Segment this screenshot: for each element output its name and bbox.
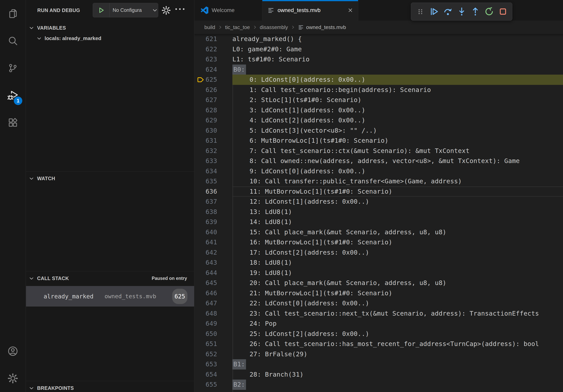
- activity-item-settings[interactable]: [0, 365, 26, 392]
- activity-item-source-control[interactable]: [0, 54, 26, 82]
- gutter-glyph-margin[interactable]: [197, 329, 205, 339]
- stop-button[interactable]: [497, 5, 509, 19]
- step-into-button[interactable]: [456, 5, 468, 19]
- gutter-glyph-margin[interactable]: [197, 85, 205, 95]
- code-text[interactable]: 0: LdConst[0](address: 0x00..): [232, 75, 563, 85]
- continue-button[interactable]: [428, 5, 440, 19]
- code-text[interactable]: 14: LdU8(1): [232, 217, 563, 227]
- gutter-glyph-margin[interactable]: [197, 196, 205, 207]
- variables-scope-row[interactable]: locals: already_marked: [26, 33, 194, 43]
- code-text[interactable]: 12: LdConst[1](address: 0x00..): [232, 196, 563, 207]
- activity-item-extensions[interactable]: [0, 109, 26, 136]
- gutter-glyph-margin[interactable]: [197, 44, 205, 54]
- gutter-glyph-margin[interactable]: [197, 75, 205, 85]
- toolbar-drag-handle[interactable]: [414, 5, 426, 19]
- gutter-glyph-margin[interactable]: [197, 136, 205, 146]
- gutter-glyph-margin[interactable]: [197, 237, 205, 248]
- close-tab-icon[interactable]: [347, 7, 353, 13]
- gutter-glyph-margin[interactable]: [197, 146, 205, 156]
- breakpoints-section-header[interactable]: BREAKPOINTS: [26, 383, 194, 392]
- breadcrumb-item[interactable]: owned_tests.mvb: [306, 24, 346, 30]
- gutter-glyph-margin[interactable]: [197, 95, 205, 105]
- code-text[interactable]: 27: BrFalse(29): [232, 349, 563, 359]
- gutter-glyph-margin[interactable]: [197, 176, 205, 186]
- code-text[interactable]: 21: MutBorrowLoc[1](ts#1#0: Scenario): [232, 288, 563, 299]
- code-text[interactable]: 5: LdConst[3](vector<u8>: "" /..): [232, 126, 563, 136]
- stack-frame-row[interactable]: already_marked owned_tests.mvb 625: [26, 286, 194, 307]
- gutter-glyph-margin[interactable]: [197, 278, 205, 288]
- step-out-button[interactable]: [469, 5, 482, 19]
- code-text[interactable]: 23: Call test_scenario::next_tx(&mut Sce…: [232, 309, 563, 319]
- code-text[interactable]: 24: Pop: [232, 319, 563, 329]
- launch-settings-button[interactable]: [162, 6, 171, 15]
- code-text[interactable]: L0: game#2#0: Game: [232, 44, 563, 54]
- code-text[interactable]: 8: Call owned::new(address, address, vec…: [232, 156, 563, 166]
- activity-item-run-and-debug[interactable]: 1: [0, 82, 26, 109]
- watch-section-header[interactable]: WATCH: [26, 173, 194, 184]
- gutter-glyph-margin[interactable]: [197, 369, 205, 380]
- gutter-glyph-margin[interactable]: [197, 166, 205, 176]
- gutter-glyph-margin[interactable]: [197, 319, 205, 329]
- variables-section-header[interactable]: VARIABLES: [26, 23, 194, 33]
- code-text[interactable]: 2: StLoc[1](ts#1#0: Scenario): [232, 95, 563, 105]
- gutter-glyph-margin[interactable]: [197, 126, 205, 136]
- gutter-glyph-margin[interactable]: [197, 54, 205, 65]
- code-text[interactable]: 26: Call test_scenario::has_most_recent_…: [232, 339, 563, 349]
- gutter-glyph-margin[interactable]: [197, 34, 205, 44]
- code-text[interactable]: already_marked() {: [232, 34, 563, 44]
- gutter-glyph-margin[interactable]: [197, 156, 205, 166]
- gutter-glyph-margin[interactable]: [197, 298, 205, 309]
- tab-welcome[interactable]: Welcome: [194, 0, 262, 21]
- gutter-glyph-margin[interactable]: [197, 339, 205, 349]
- code-text[interactable]: 3: LdConst[1](address: 0x00..): [232, 105, 563, 116]
- gutter-glyph-margin[interactable]: [197, 248, 205, 258]
- call-stack-section-header[interactable]: CALL STACK Paused on entry: [26, 273, 194, 284]
- restart-button[interactable]: [483, 5, 495, 19]
- code-text[interactable]: 9: LdConst[0](address: 0x00..): [232, 166, 563, 176]
- gutter-glyph-margin[interactable]: [197, 359, 205, 369]
- code-text[interactable]: 28: Branch(31): [232, 369, 563, 380]
- code-text[interactable]: 17: LdConst[2](address: 0x00..): [232, 248, 563, 258]
- code-text[interactable]: 13: LdU8(1): [232, 207, 563, 217]
- code-text[interactable]: 22: LdConst[0](address: 0x00..): [232, 298, 563, 309]
- activity-item-accounts[interactable]: [0, 338, 26, 365]
- code-text[interactable]: B1:: [232, 359, 563, 369]
- gutter-glyph-margin[interactable]: [197, 186, 205, 197]
- code-text[interactable]: 18: LdU8(1): [232, 258, 563, 268]
- gutter-glyph-margin[interactable]: [197, 268, 205, 278]
- tab-owned-tests[interactable]: owned_tests.mvb: [262, 0, 358, 21]
- code-text[interactable]: 25: LdConst[2](address: 0x00..): [232, 329, 563, 339]
- start-debugging-button[interactable]: [93, 3, 109, 17]
- step-over-button[interactable]: [442, 5, 454, 19]
- gutter-glyph-margin[interactable]: [197, 207, 205, 217]
- gutter-glyph-margin[interactable]: [197, 217, 205, 227]
- code-text[interactable]: L1: ts#1#0: Scenario: [232, 54, 563, 65]
- views-and-more-actions-button[interactable]: [175, 8, 184, 10]
- gutter-glyph-margin[interactable]: [197, 65, 205, 75]
- activity-item-search[interactable]: [0, 27, 26, 54]
- code-text[interactable]: 7: Call test_scenario::ctx(&mut Scenario…: [232, 146, 563, 156]
- breadcrumb-item[interactable]: disassembly: [260, 24, 288, 30]
- code-text[interactable]: B2:: [232, 379, 563, 390]
- code-text[interactable]: B0:: [232, 65, 563, 75]
- code-text[interactable]: 10: Call transfer::public_transfer<Game>…: [232, 176, 563, 186]
- code-text[interactable]: 1: Call test_scenario::begin(address): S…: [232, 85, 563, 95]
- gutter-glyph-margin[interactable]: [197, 288, 205, 299]
- breadcrumb-item[interactable]: tic_tac_toe: [225, 24, 250, 30]
- code-text[interactable]: 20: Call place_mark(&mut Scenario, addre…: [232, 278, 563, 288]
- activity-item-explorer[interactable]: [0, 0, 26, 27]
- debug-config-dropdown[interactable]: No Configura: [93, 3, 158, 17]
- code-text[interactable]: 19: LdU8(1): [232, 268, 563, 278]
- gutter-glyph-margin[interactable]: [197, 309, 205, 319]
- breadcrumb-item[interactable]: build: [204, 24, 215, 30]
- gutter-glyph-margin[interactable]: [197, 105, 205, 116]
- code-text[interactable]: 4: LdConst[2](address: 0x00..): [232, 115, 563, 126]
- code-text[interactable]: 11: MutBorrowLoc[1](ts#1#0: Scenario): [232, 186, 563, 197]
- gutter-glyph-margin[interactable]: [197, 227, 205, 237]
- code-text[interactable]: 16: MutBorrowLoc[1](ts#1#0: Scenario): [232, 237, 563, 248]
- code-text[interactable]: 15: Call place_mark(&mut Scenario, addre…: [232, 227, 563, 237]
- code-text[interactable]: 6: MutBorrowLoc[1](ts#1#0: Scenario): [232, 136, 563, 146]
- gutter-glyph-margin[interactable]: [197, 258, 205, 268]
- gutter-glyph-margin[interactable]: [197, 349, 205, 359]
- gutter-glyph-margin[interactable]: [197, 115, 205, 126]
